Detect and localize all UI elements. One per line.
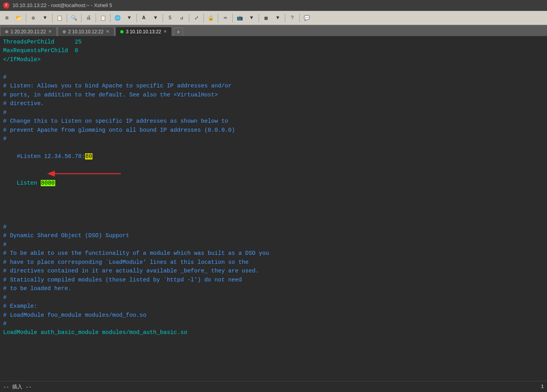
- tabs-bar: 1 20.20.20.11:22 ✕ 2 10.10.10.12:22 ✕ 3 …: [0, 25, 547, 36]
- app-icon: X: [3, 2, 9, 9]
- term-line-empty-1: [3, 214, 544, 222]
- tab-2[interactable]: 2 10.10.10.12:22 ✕: [58, 27, 114, 36]
- arrow-annotation: [50, 168, 129, 184]
- term-line-dso-2: # Dynamic Shared Object (DSO) Support: [3, 231, 544, 240]
- toolbar-sep-9: [189, 14, 189, 22]
- toolbar-sep-15: [299, 14, 300, 22]
- term-line-dso-7: # Statically compiled modules (those lis…: [3, 276, 544, 284]
- toolbar-sep-4: [81, 14, 82, 22]
- status-bar: -- 插入 -- 1: [0, 381, 547, 392]
- toolbar-new-btn[interactable]: ⊞: [2, 13, 13, 24]
- term-line-9: #: [3, 108, 544, 117]
- toolbar-sep-10: [203, 14, 204, 22]
- toolbar-globe-btn[interactable]: 🌐: [112, 13, 123, 24]
- toolbar-font-btn[interactable]: A: [138, 13, 149, 24]
- toolbar-copy-btn[interactable]: 📋: [98, 13, 109, 24]
- toolbar-font-arrow-btn[interactable]: ▼: [150, 13, 161, 24]
- term-line-listen-commented: #Listen 12.34.56.78:80: [3, 143, 544, 170]
- toolbar-monitor-btn[interactable]: 📺: [234, 13, 245, 24]
- toolbar: ⊞ 📂 ⚙ ▼ 📋 🔍 🖨 📋 🌐 ▼ A ▼ S ↺ ⤢ 🔒 ⌨ 📺 ▼ ▦ …: [0, 11, 547, 25]
- toolbar-globe-arrow-btn[interactable]: ▼: [124, 13, 135, 24]
- new-tab-button[interactable]: +: [174, 27, 183, 36]
- tab-3-close[interactable]: ✕: [163, 29, 167, 34]
- toolbar-sep-13: [259, 14, 259, 22]
- toolbar-expand-btn[interactable]: ⤢: [191, 13, 202, 24]
- toolbar-keyboard-btn[interactable]: ⌨: [220, 13, 231, 24]
- term-line-4: [3, 64, 544, 73]
- tab-3-dot: [120, 30, 123, 33]
- term-line-listen-active: Listen 8080: [3, 170, 544, 214]
- terminal-content: ThreadsPerChild 25 MaxRequestsPerChild 0…: [0, 36, 547, 392]
- term-line-6: # Listen: Allows you to bind Apache to s…: [3, 82, 544, 90]
- highlight-8080: 8080: [41, 180, 55, 186]
- term-line-dso-1: #: [3, 223, 544, 231]
- term-line-2: MaxRequestsPerChild 0: [3, 46, 544, 55]
- tab-3[interactable]: 3 10.10.10.13:22 ✕: [115, 27, 172, 36]
- tab-2-close[interactable]: ✕: [106, 29, 109, 34]
- toolbar-sep-1: [26, 14, 26, 22]
- highlight-80: 80: [85, 153, 92, 160]
- term-line-dso-5: # have to place corresponding `LoadModul…: [3, 258, 544, 267]
- term-line-loadmodule: LoadModule auth_basic_module modules/mod…: [3, 328, 544, 337]
- term-line-7: # ports, in addition to the default. See…: [3, 91, 544, 99]
- term-line-example-2: # LoadModule foo_module modules/mod_foo.…: [3, 311, 544, 319]
- toolbar-print-btn[interactable]: 🖨: [83, 13, 94, 24]
- toolbar-layout-btn[interactable]: ▦: [261, 13, 272, 24]
- term-line-dso-9: #: [3, 293, 544, 302]
- tab-1-dot: [5, 30, 8, 33]
- toolbar-arrow-btn[interactable]: ▼: [40, 13, 51, 24]
- term-line-8: # directive.: [3, 99, 544, 108]
- term-line-dso-6: # directives contained in it are actuall…: [3, 267, 544, 275]
- tab-3-label: 3 10.10.10.13:22: [126, 29, 161, 34]
- term-line-example-1: # Example:: [3, 302, 544, 310]
- toolbar-sep-2: [52, 14, 53, 22]
- tab-1[interactable]: 1 20.20.20.11:22 ✕: [0, 27, 57, 36]
- term-line-dso-3: #: [3, 240, 544, 249]
- term-line-10: # Change this to Listen on specific IP a…: [3, 117, 544, 125]
- toolbar-sep-14: [285, 14, 285, 22]
- toolbar-settings-btn[interactable]: ⚙: [28, 13, 39, 24]
- toolbar-help-btn[interactable]: ?: [287, 13, 298, 24]
- toolbar-sep-11: [218, 14, 218, 22]
- term-line-12: #: [3, 134, 544, 143]
- term-line-3: </IfModule>: [3, 55, 544, 64]
- tab-2-dot: [63, 30, 66, 33]
- term-line-5: #: [3, 73, 544, 82]
- toolbar-lock-btn[interactable]: 🔒: [205, 13, 216, 24]
- term-line-dso-4: # To be able to use the functionality of…: [3, 249, 544, 258]
- toolbar-sep-7: [136, 14, 137, 22]
- term-line-11: # prevent Apache from glomming onto all …: [3, 126, 544, 134]
- toolbar-s2-btn[interactable]: ↺: [176, 13, 187, 24]
- toolbar-s1-btn[interactable]: S: [165, 13, 176, 24]
- tab-1-label: 1 20.20.20.11:22: [11, 29, 46, 34]
- term-line-hash-end: #: [3, 319, 544, 328]
- toolbar-sep-3: [67, 14, 67, 22]
- title-bar: X 10.10.10.13:22 - root@localhost:~ - Xs…: [0, 0, 547, 11]
- toolbar-sep-5: [96, 14, 96, 22]
- toolbar-monitor-arrow-btn[interactable]: ▼: [246, 13, 257, 24]
- toolbar-sep-8: [163, 14, 163, 22]
- toolbar-zoom-btn[interactable]: 🔍: [69, 13, 80, 24]
- toolbar-open-btn[interactable]: 📂: [13, 13, 24, 24]
- term-line-dso-8: # to be loaded here.: [3, 284, 544, 293]
- status-line-number: 1: [541, 384, 544, 390]
- tab-2-label: 2 10.10.10.12:22: [68, 29, 103, 34]
- toolbar-sep-12: [232, 14, 233, 22]
- tab-1-close[interactable]: ✕: [48, 29, 52, 34]
- toolbar-sep-6: [110, 14, 110, 22]
- status-mode: -- 插入 --: [3, 383, 32, 390]
- toolbar-chat-btn[interactable]: 💬: [301, 13, 312, 24]
- window-title: 10.10.10.13:22 - root@localhost:~ - Xshe…: [13, 2, 112, 8]
- term-line-1: ThreadsPerChild 25: [3, 38, 544, 46]
- toolbar-layout-arrow-btn[interactable]: ▼: [272, 13, 283, 24]
- toolbar-properties-btn[interactable]: 📋: [54, 13, 65, 24]
